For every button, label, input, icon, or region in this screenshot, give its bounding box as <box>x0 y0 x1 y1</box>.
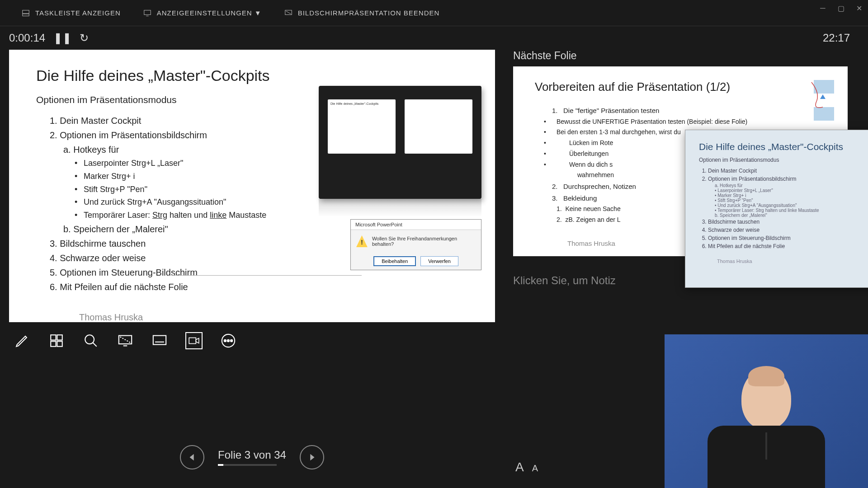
list-item: Mit Pfeilen auf die nächste Folie <box>708 242 868 250</box>
svg-point-20 <box>231 340 232 342</box>
next-slide-author: Thomas Hruska <box>567 239 615 247</box>
camera-tool[interactable] <box>185 332 203 349</box>
taskbar-icon <box>22 9 30 17</box>
presenter-toolbar <box>9 322 495 359</box>
monitor-icon <box>143 9 151 17</box>
display-settings-button[interactable]: ANZEIGEEINSTELLUNGEN ▼ <box>143 9 262 17</box>
maximize-button[interactable]: ▢ <box>836 4 845 13</box>
svg-rect-7 <box>57 335 62 340</box>
svg-point-10 <box>85 335 94 344</box>
svg-rect-0 <box>23 14 29 16</box>
top-menu-bar: TASKLEISTE ANZEIGEN ANZEIGEEINSTELLUNGEN… <box>0 0 868 26</box>
subtitle-tool[interactable] <box>151 332 168 349</box>
dialog-text: Wollen Sie Ihre Freihandanmerkungen beha… <box>372 236 476 247</box>
powerpoint-dialog: Microsoft PowerPoint Wollen Sie Ihre Fre… <box>350 219 481 270</box>
next-slide-label: Nächste Folie <box>513 50 859 62</box>
show-taskbar-label: TASKLEISTE ANZEIGEN <box>35 9 121 17</box>
elapsed-time: 0:00:14 <box>9 32 45 44</box>
zoom-tool[interactable] <box>82 332 99 349</box>
end-presentation-label: BILDSCHIRMPRÄSENTATION BEENDEN <box>298 9 440 17</box>
timer-bar: 0:00:14 ❚❚ ↻ 22:17 <box>0 26 868 50</box>
window-controls: ─ ▢ ✕ <box>818 4 863 13</box>
next-slide-button[interactable] <box>300 445 324 469</box>
close-button[interactable]: ✕ <box>854 4 863 13</box>
list-item: 1. Die "fertige" Präsentation testen <box>544 105 826 117</box>
end-icon <box>284 9 292 17</box>
progress-bar <box>218 464 277 466</box>
overlay-preview: Die Hilfe deines „Master"-Cockpits Optio… <box>685 130 868 288</box>
svg-line-5 <box>286 11 291 14</box>
current-slide[interactable]: Die Hilfe deines „Master"-Cockpits Optio… <box>9 50 495 322</box>
list-item: a. Hotkeys für <box>699 183 868 188</box>
slides-view-tool[interactable] <box>48 332 65 349</box>
svg-rect-16 <box>189 338 196 344</box>
connector-line <box>172 275 362 276</box>
more-options-tool[interactable] <box>220 332 237 349</box>
svg-rect-1 <box>23 10 29 13</box>
discard-button[interactable]: Verwerfen <box>420 256 458 266</box>
slide-counter: Folie 3 von 34 <box>218 449 286 461</box>
webcam-feed[interactable] <box>665 334 868 488</box>
show-taskbar-button[interactable]: TASKLEISTE ANZEIGEN <box>22 9 121 17</box>
list-item: 6. Mit Pfeilen auf die nächste Folie <box>50 280 468 294</box>
next-slide-title: Vorbereiten auf die Präsentation (1/2) <box>535 80 826 94</box>
svg-rect-8 <box>51 341 56 346</box>
current-time: 22:17 <box>823 32 859 44</box>
svg-point-18 <box>224 340 226 342</box>
embedded-screenshot: Die Hilfe deines „Master"-Cockpits <box>319 86 481 199</box>
display-settings-label: ANZEIGEEINSTELLUNGEN ▼ <box>157 9 262 17</box>
overlay-author: Thomas Hruska <box>717 258 868 264</box>
svg-rect-22 <box>814 107 834 121</box>
list-item: Optionen im Präsentationsbildschirm <box>708 175 868 183</box>
list-item: Bewusst die UNFERTIGE Präsentation teste… <box>544 117 826 127</box>
slide-author: Thomas Hruska <box>79 312 468 323</box>
svg-line-11 <box>93 343 97 347</box>
minimize-button[interactable]: ─ <box>818 4 827 13</box>
navigation-controls: Folie 3 von 34 <box>9 445 495 469</box>
svg-rect-14 <box>153 336 166 345</box>
list-item: Dein Master Cockpit <box>708 167 868 175</box>
slide-counter-block: Folie 3 von 34 <box>218 449 286 466</box>
svg-rect-6 <box>51 335 56 340</box>
previous-slide-button[interactable] <box>180 445 204 469</box>
list-item: Optionen im Steuerung-Bildschirm <box>708 234 868 242</box>
restart-button[interactable]: ↻ <box>80 32 89 44</box>
end-presentation-button[interactable]: BILDSCHIRMPRÄSENTATION BEENDEN <box>284 9 440 17</box>
warning-icon <box>356 235 368 247</box>
svg-rect-2 <box>144 10 151 14</box>
pen-tool[interactable] <box>14 332 31 349</box>
pause-button[interactable]: ❚❚ <box>53 32 71 44</box>
list-item: Schwarze oder weise <box>708 226 868 234</box>
svg-point-19 <box>227 340 229 342</box>
overlay-title: Die Hilfe deines „Master"-Cockpits <box>699 141 868 152</box>
presenter-video <box>698 361 834 488</box>
font-size-controls: A A <box>515 460 538 474</box>
dialog-title: Microsoft PowerPoint <box>351 220 481 230</box>
slide-title: Die Hilfe deines „Master"-Cockpits <box>36 67 468 84</box>
next-slide-preview[interactable]: Vorbereiten auf die Präsentation (1/2) 1… <box>513 66 848 256</box>
next-slide-graphic <box>807 75 839 125</box>
list-item: b. Speichern der „Malerei" <box>699 213 868 218</box>
decrease-font-button[interactable]: A <box>532 463 538 474</box>
overlay-subtitle: Optionen im Präsentationsmodus <box>699 157 868 163</box>
black-screen-tool[interactable] <box>117 332 134 349</box>
keep-button[interactable]: Beibehalten <box>373 256 416 266</box>
list-item: Bildschirme tauschen <box>708 218 868 226</box>
svg-rect-9 <box>57 341 62 346</box>
increase-font-button[interactable]: A <box>515 460 524 474</box>
